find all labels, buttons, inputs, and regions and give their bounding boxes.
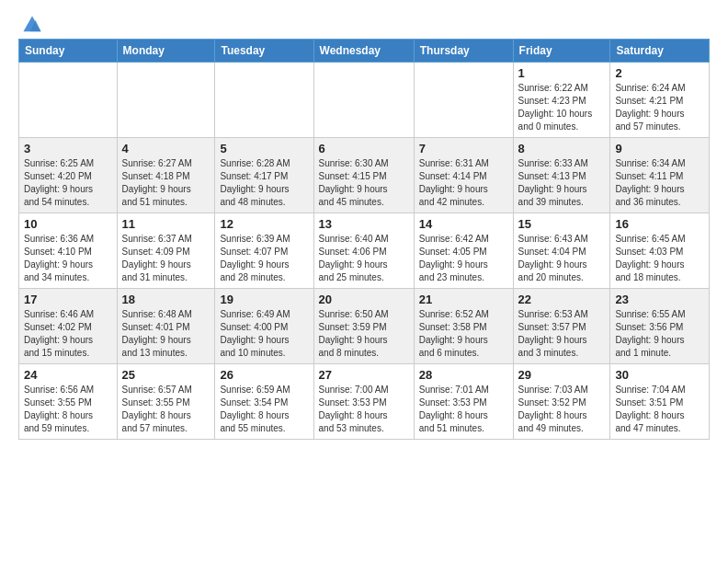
day-info: Sunrise: 6:42 AMSunset: 4:05 PMDaylight:… — [419, 233, 508, 284]
calendar-header-thursday: Thursday — [414, 40, 513, 63]
calendar-header-sunday: Sunday — [19, 40, 118, 63]
day-number: 25 — [122, 368, 210, 382]
calendar-cell: 14Sunrise: 6:42 AMSunset: 4:05 PMDayligh… — [414, 213, 513, 289]
day-info: Sunrise: 6:36 AMSunset: 4:10 PMDaylight:… — [24, 233, 112, 284]
calendar-week-row: 17Sunrise: 6:46 AMSunset: 4:02 PMDayligh… — [19, 289, 710, 364]
day-info: Sunrise: 6:40 AMSunset: 4:06 PMDaylight:… — [319, 233, 409, 284]
calendar-header-tuesday: Tuesday — [215, 40, 313, 63]
calendar-cell: 3Sunrise: 6:25 AMSunset: 4:20 PMDaylight… — [19, 138, 118, 213]
day-number: 5 — [220, 142, 308, 155]
calendar-cell: 13Sunrise: 6:40 AMSunset: 4:06 PMDayligh… — [313, 213, 414, 289]
calendar-cell: 23Sunrise: 6:55 AMSunset: 3:56 PMDayligh… — [610, 289, 710, 364]
calendar-header-friday: Friday — [513, 40, 610, 63]
calendar-cell: 22Sunrise: 6:53 AMSunset: 3:57 PMDayligh… — [513, 289, 610, 364]
day-info: Sunrise: 6:39 AMSunset: 4:07 PMDaylight:… — [220, 233, 308, 284]
calendar-header-saturday: Saturday — [610, 40, 710, 63]
day-info: Sunrise: 6:28 AMSunset: 4:17 PMDaylight:… — [220, 157, 308, 209]
day-info: Sunrise: 6:25 AMSunset: 4:20 PMDaylight:… — [24, 157, 112, 209]
day-info: Sunrise: 6:30 AMSunset: 4:15 PMDaylight:… — [319, 157, 409, 209]
day-number: 29 — [518, 368, 606, 382]
day-number: 3 — [24, 142, 112, 155]
day-number: 7 — [419, 142, 508, 155]
calendar-cell: 17Sunrise: 6:46 AMSunset: 4:02 PMDayligh… — [19, 289, 118, 364]
calendar-week-row: 24Sunrise: 6:56 AMSunset: 3:55 PMDayligh… — [19, 364, 710, 440]
day-info: Sunrise: 6:59 AMSunset: 3:54 PMDaylight:… — [220, 384, 308, 435]
calendar-cell: 19Sunrise: 6:49 AMSunset: 4:00 PMDayligh… — [215, 289, 313, 364]
calendar-cell: 7Sunrise: 6:31 AMSunset: 4:14 PMDaylight… — [414, 138, 513, 213]
calendar-cell: 20Sunrise: 6:50 AMSunset: 3:59 PMDayligh… — [313, 289, 414, 364]
calendar-week-row: 1Sunrise: 6:22 AMSunset: 4:23 PMDaylight… — [19, 63, 710, 138]
day-info: Sunrise: 6:45 AMSunset: 4:03 PMDaylight:… — [615, 233, 704, 284]
calendar-cell: 24Sunrise: 6:56 AMSunset: 3:55 PMDayligh… — [19, 364, 118, 440]
calendar-cell: 25Sunrise: 6:57 AMSunset: 3:55 PMDayligh… — [117, 364, 215, 440]
day-info: Sunrise: 7:04 AMSunset: 3:51 PMDaylight:… — [615, 384, 704, 435]
day-info: Sunrise: 6:55 AMSunset: 3:56 PMDaylight:… — [615, 308, 704, 360]
calendar-cell: 18Sunrise: 6:48 AMSunset: 4:01 PMDayligh… — [117, 289, 215, 364]
calendar-cell: 9Sunrise: 6:34 AMSunset: 4:11 PMDaylight… — [610, 138, 710, 213]
calendar-cell: 21Sunrise: 6:52 AMSunset: 3:58 PMDayligh… — [414, 289, 513, 364]
day-number: 26 — [220, 368, 308, 382]
day-number: 30 — [615, 368, 704, 382]
calendar-week-row: 3Sunrise: 6:25 AMSunset: 4:20 PMDaylight… — [19, 138, 710, 213]
day-number: 17 — [24, 293, 112, 306]
header — [18, 15, 710, 31]
day-info: Sunrise: 6:53 AMSunset: 3:57 PMDaylight:… — [518, 308, 606, 360]
calendar-cell: 1Sunrise: 6:22 AMSunset: 4:23 PMDaylight… — [513, 63, 610, 138]
calendar-cell: 30Sunrise: 7:04 AMSunset: 3:51 PMDayligh… — [610, 364, 710, 440]
day-number: 21 — [419, 293, 508, 306]
day-number: 12 — [220, 217, 308, 231]
calendar-cell — [215, 63, 313, 138]
logo — [18, 15, 42, 31]
day-number: 16 — [615, 217, 704, 231]
day-info: Sunrise: 6:43 AMSunset: 4:04 PMDaylight:… — [518, 233, 606, 284]
calendar-cell: 4Sunrise: 6:27 AMSunset: 4:18 PMDaylight… — [117, 138, 215, 213]
day-info: Sunrise: 7:01 AMSunset: 3:53 PMDaylight:… — [419, 384, 508, 435]
calendar-cell: 29Sunrise: 7:03 AMSunset: 3:52 PMDayligh… — [513, 364, 610, 440]
day-number: 10 — [24, 217, 112, 231]
day-number: 14 — [419, 217, 508, 231]
day-number: 6 — [319, 142, 409, 155]
page: SundayMondayTuesdayWednesdayThursdayFrid… — [0, 0, 728, 454]
day-info: Sunrise: 6:31 AMSunset: 4:14 PMDaylight:… — [419, 157, 508, 209]
calendar-cell: 15Sunrise: 6:43 AMSunset: 4:04 PMDayligh… — [513, 213, 610, 289]
calendar-header-wednesday: Wednesday — [313, 40, 414, 63]
calendar-cell — [313, 63, 414, 138]
day-info: Sunrise: 6:48 AMSunset: 4:01 PMDaylight:… — [122, 308, 210, 360]
day-number: 20 — [319, 293, 409, 306]
calendar-cell: 26Sunrise: 6:59 AMSunset: 3:54 PMDayligh… — [215, 364, 313, 440]
day-info: Sunrise: 7:03 AMSunset: 3:52 PMDaylight:… — [518, 384, 606, 435]
calendar-cell: 10Sunrise: 6:36 AMSunset: 4:10 PMDayligh… — [19, 213, 118, 289]
calendar-cell: 12Sunrise: 6:39 AMSunset: 4:07 PMDayligh… — [215, 213, 313, 289]
day-info: Sunrise: 6:49 AMSunset: 4:00 PMDaylight:… — [220, 308, 308, 360]
day-info: Sunrise: 6:46 AMSunset: 4:02 PMDaylight:… — [24, 308, 112, 360]
day-number: 9 — [615, 142, 704, 155]
day-info: Sunrise: 6:37 AMSunset: 4:09 PMDaylight:… — [122, 233, 210, 284]
calendar-week-row: 10Sunrise: 6:36 AMSunset: 4:10 PMDayligh… — [19, 213, 710, 289]
day-number: 1 — [518, 66, 606, 80]
day-number: 27 — [319, 368, 409, 382]
day-info: Sunrise: 6:33 AMSunset: 4:13 PMDaylight:… — [518, 157, 606, 209]
calendar-header-row: SundayMondayTuesdayWednesdayThursdayFrid… — [19, 40, 710, 63]
day-number: 8 — [518, 142, 606, 155]
day-info: Sunrise: 6:56 AMSunset: 3:55 PMDaylight:… — [24, 384, 112, 435]
calendar-cell — [117, 63, 215, 138]
day-number: 24 — [24, 368, 112, 382]
calendar-cell: 28Sunrise: 7:01 AMSunset: 3:53 PMDayligh… — [414, 364, 513, 440]
day-info: Sunrise: 6:52 AMSunset: 3:58 PMDaylight:… — [419, 308, 508, 360]
day-number: 15 — [518, 217, 606, 231]
day-number: 2 — [615, 66, 704, 80]
day-info: Sunrise: 6:24 AMSunset: 4:21 PMDaylight:… — [615, 82, 704, 133]
calendar-cell: 2Sunrise: 6:24 AMSunset: 4:21 PMDaylight… — [610, 63, 710, 138]
day-number: 19 — [220, 293, 308, 306]
calendar-cell: 6Sunrise: 6:30 AMSunset: 4:15 PMDaylight… — [313, 138, 414, 213]
day-number: 13 — [319, 217, 409, 231]
day-number: 28 — [419, 368, 508, 382]
day-number: 22 — [518, 293, 606, 306]
calendar-header-monday: Monday — [117, 40, 215, 63]
day-info: Sunrise: 6:34 AMSunset: 4:11 PMDaylight:… — [615, 157, 704, 209]
calendar-cell: 5Sunrise: 6:28 AMSunset: 4:17 PMDaylight… — [215, 138, 313, 213]
calendar-table: SundayMondayTuesdayWednesdayThursdayFrid… — [18, 39, 710, 440]
day-number: 4 — [122, 142, 210, 155]
day-info: Sunrise: 6:50 AMSunset: 3:59 PMDaylight:… — [319, 308, 409, 360]
day-number: 18 — [122, 293, 210, 306]
